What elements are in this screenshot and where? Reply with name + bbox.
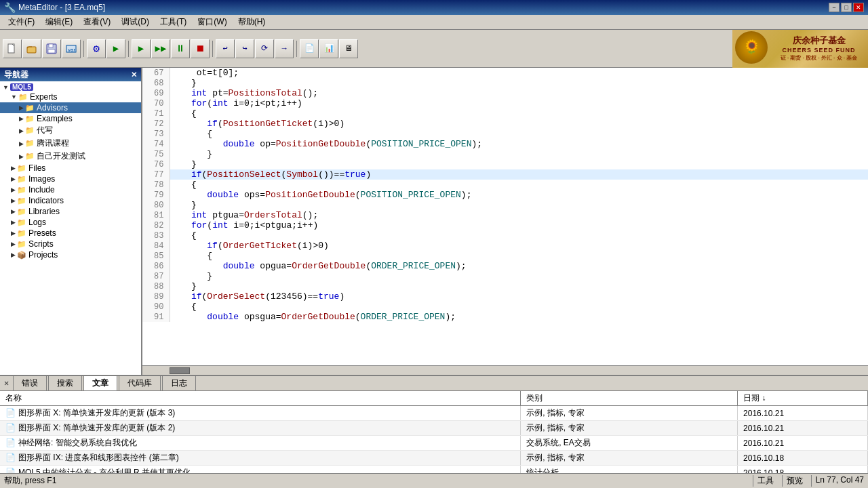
expand-icon-ziji: ▶ <box>19 153 24 160</box>
nav-item-indicators[interactable]: ▶ 📁 Indicators <box>0 195 141 206</box>
menu-view[interactable]: 查看(V) <box>78 15 116 29</box>
table-row: 70 for(int i=0;i<pt;i++) <box>142 98 868 108</box>
article-date: 2016.10.18 <box>738 466 868 474</box>
menu-debug[interactable]: 调试(D) <box>116 15 155 29</box>
list-item[interactable]: 📄图形界面 X: 简单快速开发库的更新 (版本 2)示例, 指标, 专家2016… <box>0 421 868 436</box>
toolbar-sep-2 <box>128 41 129 57</box>
tab-search[interactable]: 搜索 <box>48 375 82 390</box>
bottom-panel-close[interactable]: ✕ <box>4 378 9 388</box>
code-line-content: if(PositionSelect(Symbol())==true) <box>170 169 868 180</box>
title-bar: 🔧 MetaEditor - [3 EA.mq5] − □ ✕ <box>0 0 868 15</box>
nav-label-images: Images <box>28 174 55 184</box>
new-button[interactable] <box>3 39 22 58</box>
menu-file[interactable]: 文件(F) <box>3 15 40 29</box>
table-row: 82 for(int i=0;i<ptgua;i++) <box>142 220 868 230</box>
nav-item-logs[interactable]: ▶ 📁 Logs <box>0 217 141 228</box>
nav-item-presets[interactable]: ▶ 📁 Presets <box>0 228 141 239</box>
scrollbar-thumb[interactable] <box>170 367 190 374</box>
code-line-content: } <box>170 200 868 210</box>
nav-item-libraries[interactable]: ▶ 📁 Libraries <box>0 206 141 217</box>
nav-item-daixie[interactable]: ▶ 📁 代写 <box>0 124 141 137</box>
save-button[interactable] <box>42 39 61 58</box>
expand-icon-include: ▶ <box>11 186 16 193</box>
toolbar-row: var ⚙ ▶ ▶ ▶▶ ⏸ ⏹ ↩ ↪ ⟳ → 📄 📊 🖥 🌻 庆余种子基金 … <box>0 30 868 68</box>
nav-item-mql5[interactable]: ▼ MQL5 <box>0 83 141 92</box>
tab-error[interactable]: 错误 <box>13 375 47 390</box>
line-number: 78 <box>142 180 170 190</box>
list-item[interactable]: 📄MQL5 中的统计分布 - 充分利用 R 并使其更优化统计分析2016.10.… <box>0 466 868 474</box>
continue-button[interactable]: → <box>275 39 294 58</box>
nav-item-scripts[interactable]: ▶ 📁 Scripts <box>0 239 141 249</box>
table-row: 69 int pt=PositionsTotal(); <box>142 88 868 98</box>
step-into-button[interactable]: ↩ <box>216 39 235 58</box>
expand-icon-advisors: ▶ <box>19 104 24 111</box>
table-row: 88 } <box>142 281 868 291</box>
doc-icon: 📄 <box>5 423 16 432</box>
nav-item-experts[interactable]: ▼ 📁 Experts <box>0 92 141 102</box>
horizontal-scrollbar[interactable] <box>142 365 868 375</box>
step-button[interactable]: ⚙ <box>87 39 106 58</box>
list-item[interactable]: 📄图形界面 IX: 进度条和线形图表控件 (第二章)示例, 指标, 专家2016… <box>0 451 868 466</box>
start-button[interactable]: ▶ <box>132 39 151 58</box>
tab-logs[interactable]: 日志 <box>162 375 196 390</box>
article-name: 📄图形界面 IX: 进度条和线形图表控件 (第二章) <box>0 451 521 466</box>
minimize-button[interactable]: − <box>829 3 840 12</box>
folder-icon-libraries: 📁 <box>17 207 26 216</box>
nav-item-examples[interactable]: ▶ 📁 Examples <box>0 113 141 124</box>
close-button[interactable]: ✕ <box>853 3 864 12</box>
nav-item-files[interactable]: ▶ 📁 Files <box>0 163 141 174</box>
list-item[interactable]: 📄神经网络: 智能交易系统自我优化交易系统, EA交易2016.10.21 <box>0 436 868 451</box>
preview-button[interactable]: 预览 <box>782 475 803 487</box>
table-row: 73 { <box>142 129 868 139</box>
folder-icon-tengxun: 📁 <box>25 139 35 148</box>
nav-label-examples: Examples <box>37 114 73 123</box>
list-item[interactable]: 📄图形界面 X: 简单快速开发库的更新 (版本 3)示例, 指标, 专家2016… <box>0 406 868 421</box>
menu-tools[interactable]: 工具(T) <box>155 15 192 29</box>
article-category: 交易系统, EA交易 <box>521 436 738 451</box>
open-button[interactable] <box>22 39 41 58</box>
nav-item-advisors[interactable]: ▶ 📁 Advisors <box>0 102 141 113</box>
line-number: 71 <box>142 108 170 119</box>
compile-button[interactable]: var <box>62 39 81 58</box>
nav-item-include[interactable]: ▶ 📁 Include <box>0 184 141 195</box>
col-category: 类别 <box>521 391 738 406</box>
table-row: 89 if(OrderSelect(123456)==true) <box>142 291 868 302</box>
tool-button[interactable]: 工具 <box>753 475 774 487</box>
navigator-tree: ▼ MQL5 ▼ 📁 Experts ▶ 📁 Advisors ▶ 📁 Exam… <box>0 81 141 262</box>
nav-item-ziji[interactable]: ▶ 📁 自己开发测试 <box>0 150 141 163</box>
step-over-button[interactable]: ↪ <box>235 39 254 58</box>
line-number: 83 <box>142 230 170 241</box>
nav-item-tengxun[interactable]: ▶ 📁 腾讯课程 <box>0 137 141 150</box>
play-button[interactable]: ▶▶ <box>151 39 170 58</box>
nav-label-libraries: Libraries <box>28 207 60 216</box>
terminal-button[interactable]: 🖥 <box>339 39 358 58</box>
maximize-button[interactable]: □ <box>841 3 852 12</box>
step-out-button[interactable]: ⟳ <box>255 39 274 58</box>
toolbar-sep-1 <box>83 41 84 57</box>
code-line-content: { <box>170 108 868 119</box>
menu-help[interactable]: 帮助(H) <box>233 15 271 29</box>
code-line-content: { <box>170 302 868 312</box>
folder-icon-files: 📁 <box>17 164 26 173</box>
menu-edit[interactable]: 编辑(E) <box>40 15 78 29</box>
code-area[interactable]: 67 ot=t[0];68 }69 int pt=PositionsTotal(… <box>142 68 868 365</box>
main-layout: 导航器 ✕ ▼ MQL5 ▼ 📁 Experts ▶ 📁 Advisors <box>0 68 868 375</box>
svg-rect-4 <box>27 47 36 53</box>
folder-icon-experts: 📁 <box>18 93 28 102</box>
pause-button[interactable]: ⏸ <box>171 39 190 58</box>
line-number: 85 <box>142 251 170 261</box>
line-number: 91 <box>142 312 170 322</box>
menu-window[interactable]: 窗口(W) <box>192 15 232 29</box>
run-button[interactable]: ▶ <box>106 39 125 58</box>
nav-item-images[interactable]: ▶ 📁 Images <box>0 174 141 184</box>
tab-articles[interactable]: 文章 <box>83 375 117 390</box>
stop-button[interactable]: ⏹ <box>191 39 210 58</box>
table-row: 90 { <box>142 302 868 312</box>
navigator-close-button[interactable]: ✕ <box>131 70 137 79</box>
new-chart-button[interactable]: 📄 <box>300 39 319 58</box>
mql5-badge: MQL5 <box>10 83 33 91</box>
tab-codebase[interactable]: 代码库 <box>119 375 161 390</box>
chart-button[interactable]: 📊 <box>319 39 338 58</box>
nav-item-projects[interactable]: ▶ 📦 Projects <box>0 249 141 260</box>
code-line-content: { <box>170 129 868 139</box>
